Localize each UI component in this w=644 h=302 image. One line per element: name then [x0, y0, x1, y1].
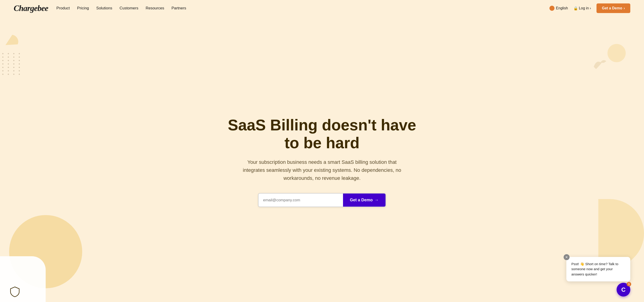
- nav-links: Product Pricing Solutions Customers Reso…: [56, 6, 186, 11]
- nav-left: Chargebee Product Pricing Solutions Cust…: [14, 4, 186, 13]
- get-demo-label: Get a Demo: [350, 198, 373, 203]
- navbar: Chargebee Product Pricing Solutions Cust…: [0, 0, 644, 17]
- get-demo-arrow: →: [374, 198, 379, 203]
- language-label: English: [556, 6, 568, 10]
- nav-item-solutions[interactable]: Solutions: [96, 6, 112, 11]
- login-label: Log in: [579, 6, 589, 10]
- get-demo-nav-label: Get a Demo: [602, 6, 622, 10]
- chat-launcher-button[interactable]: C 1: [616, 283, 630, 296]
- dots-pattern: [2, 53, 22, 75]
- email-form: Get a Demo →: [258, 193, 386, 207]
- email-input[interactable]: [258, 194, 343, 207]
- login-button[interactable]: 🔒 Log in ›: [574, 6, 591, 11]
- nav-item-product[interactable]: Product: [56, 6, 70, 11]
- decorative-bird-shape: [592, 58, 608, 73]
- login-arrow: ›: [590, 6, 591, 10]
- hero-content: SaaS Billing doesn't have to be hard You…: [219, 116, 425, 207]
- chat-close-button[interactable]: ✕: [564, 254, 570, 260]
- globe-icon: [550, 6, 554, 11]
- decorative-white-shape: [0, 256, 46, 302]
- logo[interactable]: Chargebee: [14, 4, 48, 13]
- hero-subtitle: Your subscription business needs a smart…: [238, 158, 406, 182]
- nav-right: English 🔒 Log in › Get a Demo ›: [550, 4, 630, 13]
- decorative-leaf-shape: [2, 32, 21, 51]
- chat-popup-text: Psst! 👋 Short on time? Talk to someone n…: [572, 261, 625, 277]
- hero-section: SaaS Billing doesn't have to be hard You…: [0, 17, 644, 302]
- nav-item-pricing[interactable]: Pricing: [77, 6, 89, 11]
- chat-launcher-icon: C: [622, 286, 626, 293]
- hero-title: SaaS Billing doesn't have to be hard: [219, 116, 425, 152]
- get-demo-button[interactable]: Get a Demo →: [343, 194, 386, 207]
- nav-item-partners[interactable]: Partners: [172, 6, 186, 11]
- decorative-circle-right-top: [608, 44, 626, 62]
- chat-popup: ✕ Psst! 👋 Short on time? Talk to someone…: [566, 257, 630, 282]
- nav-item-resources[interactable]: Resources: [146, 6, 164, 11]
- language-button[interactable]: English: [550, 6, 568, 11]
- nav-item-customers[interactable]: Customers: [120, 6, 138, 11]
- shield-icon: [9, 286, 20, 297]
- chat-badge: 1: [627, 282, 631, 286]
- get-demo-nav-arrow: ›: [624, 6, 625, 10]
- get-demo-nav-button[interactable]: Get a Demo ›: [596, 4, 630, 13]
- lock-icon: 🔒: [574, 6, 578, 11]
